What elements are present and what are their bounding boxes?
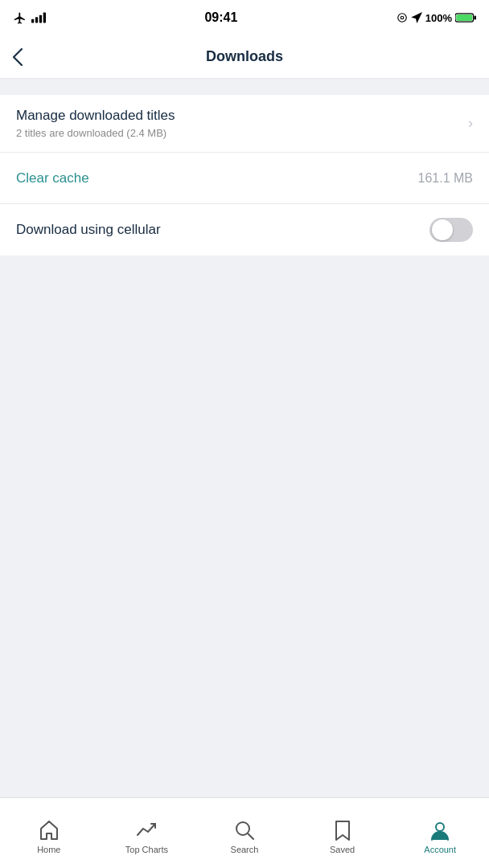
main-content bbox=[0, 256, 489, 868]
battery-icon bbox=[455, 12, 476, 23]
nav-home-label: Home bbox=[37, 845, 60, 854]
svg-rect-8 bbox=[474, 15, 476, 19]
clear-cache-right: 161.1 MB bbox=[418, 171, 473, 186]
airplane-icon bbox=[13, 11, 27, 25]
battery-percent: 100% bbox=[425, 12, 452, 24]
manage-downloads-row[interactable]: Manage downloaded titles 2 titles are do… bbox=[0, 95, 489, 153]
manage-downloads-subtitle: 2 titles are downloaded (2.4 MB) bbox=[16, 127, 175, 139]
svg-line-11 bbox=[248, 833, 253, 839]
bottom-nav: Home Top Charts Search Saved Account bbox=[0, 797, 489, 868]
clear-cache-label[interactable]: Clear cache bbox=[16, 170, 89, 186]
svg-point-4 bbox=[397, 14, 406, 23]
cache-size-value: 161.1 MB bbox=[418, 171, 473, 186]
svg-rect-0 bbox=[31, 19, 34, 23]
nav-account-label: Account bbox=[424, 845, 456, 854]
navigation-icon bbox=[411, 12, 422, 23]
svg-point-12 bbox=[436, 823, 444, 831]
nav-top-charts[interactable]: Top Charts bbox=[98, 813, 196, 854]
status-time: 09:41 bbox=[204, 10, 237, 25]
manage-downloads-right: › bbox=[468, 115, 473, 132]
nav-saved-label: Saved bbox=[330, 845, 355, 854]
manage-downloads-title: Manage downloaded titles bbox=[16, 108, 175, 124]
nav-home[interactable]: Home bbox=[0, 813, 98, 854]
svg-rect-9 bbox=[456, 14, 472, 21]
nav-saved[interactable]: Saved bbox=[294, 813, 392, 854]
nav-search[interactable]: Search bbox=[195, 813, 294, 854]
svg-rect-2 bbox=[39, 15, 42, 23]
back-button[interactable] bbox=[13, 48, 23, 66]
cellular-title: Download using cellular bbox=[16, 222, 161, 238]
svg-rect-3 bbox=[43, 12, 46, 23]
toggle-thumb bbox=[432, 219, 453, 240]
cellular-left: Download using cellular bbox=[16, 222, 161, 238]
header: Downloads bbox=[0, 35, 489, 79]
page-title: Downloads bbox=[206, 48, 283, 65]
manage-downloads-left: Manage downloaded titles 2 titles are do… bbox=[16, 108, 175, 139]
signal-icon bbox=[31, 12, 46, 23]
svg-point-5 bbox=[401, 16, 404, 19]
nav-account[interactable]: Account bbox=[391, 813, 489, 854]
cellular-right bbox=[429, 218, 473, 242]
clear-cache-row[interactable]: Clear cache 161.1 MB bbox=[0, 153, 489, 204]
svg-rect-1 bbox=[35, 17, 38, 23]
section-gap bbox=[0, 79, 489, 95]
clear-cache-left: Clear cache bbox=[16, 170, 89, 186]
status-left bbox=[13, 11, 46, 25]
nav-top-charts-label: Top Charts bbox=[125, 845, 168, 854]
location-icon bbox=[397, 12, 408, 23]
cellular-row: Download using cellular bbox=[0, 204, 489, 256]
nav-search-label: Search bbox=[231, 845, 259, 854]
status-bar: 09:41 100% bbox=[0, 0, 489, 35]
content-area: Manage downloaded titles 2 titles are do… bbox=[0, 95, 489, 256]
svg-marker-6 bbox=[412, 13, 421, 22]
status-right: 100% bbox=[397, 12, 476, 24]
chevron-icon: › bbox=[468, 115, 473, 132]
cellular-toggle[interactable] bbox=[429, 218, 473, 242]
